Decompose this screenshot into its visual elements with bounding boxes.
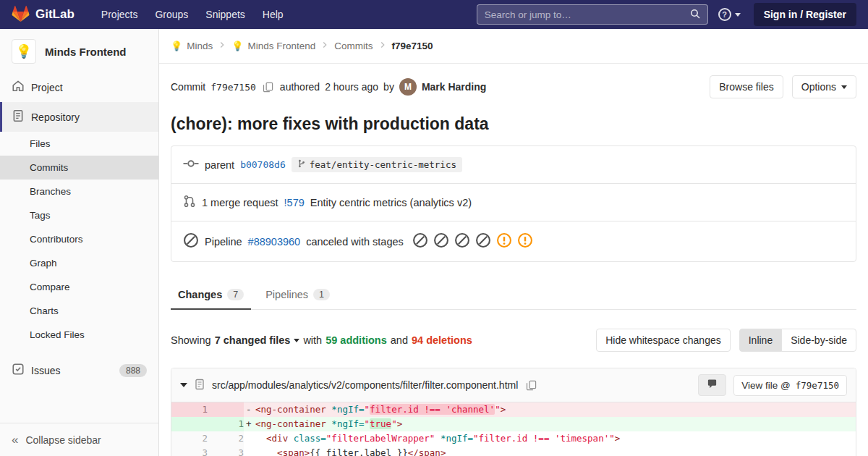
commit-title: (chore): more fixes with production data xyxy=(171,114,856,134)
parent-label: parent xyxy=(205,159,234,171)
sidebar-item-contributors[interactable]: Contributors xyxy=(0,227,158,251)
sidebar-project-name: Minds Frontend xyxy=(45,46,127,58)
diff-code-line: <span>{{ filter.label }}</span> xyxy=(244,446,856,456)
branch-ref-badge[interactable]: feat/entity-centric-metrics xyxy=(292,157,462,172)
breadcrumb-group[interactable]: Minds xyxy=(187,41,213,51)
sidebar-nav: Project Repository Files Commits Branche… xyxy=(0,72,158,385)
mr-count-label: 1 merge request xyxy=(202,197,278,208)
showing-label: Showing xyxy=(171,334,211,346)
mr-ref-link[interactable]: !579 xyxy=(284,197,305,208)
by-label: by xyxy=(383,81,394,93)
stage-canceled-icon[interactable] xyxy=(454,232,470,250)
pipeline-canceled-icon xyxy=(183,232,199,250)
sidebar-item-label: Repository xyxy=(31,111,80,123)
search-input[interactable] xyxy=(485,9,690,20)
sidebar-item-locked-files[interactable]: Locked Files xyxy=(0,323,158,347)
commit-sha: f79e7150 xyxy=(210,82,256,93)
breadcrumb-project[interactable]: Minds Frontend xyxy=(247,41,315,51)
sidebar-item-charts[interactable]: Charts xyxy=(0,299,158,323)
nav-help[interactable]: Help xyxy=(255,4,292,25)
tab-changes[interactable]: Changes 7 xyxy=(171,281,251,310)
new-line-number[interactable]: 2 xyxy=(208,431,244,446)
sidebar-item-tags[interactable]: Tags xyxy=(0,203,158,227)
help-dropdown[interactable]: ? xyxy=(718,8,741,21)
file-diff: src/app/modules/analytics/v2/components/… xyxy=(171,368,856,456)
issues-count-badge: 888 xyxy=(119,364,147,377)
sidebar-item-project[interactable]: Project xyxy=(0,72,158,102)
project-avatar: 💡 xyxy=(12,39,36,64)
old-line-number[interactable]: 3 xyxy=(171,446,208,456)
sidebar-project-header[interactable]: 💡 Minds Frontend xyxy=(0,29,158,72)
stage-warning-icon[interactable] xyxy=(496,232,512,250)
global-search xyxy=(477,4,708,25)
stage-canceled-icon[interactable] xyxy=(412,232,428,250)
search-icon[interactable] xyxy=(690,9,700,21)
tab-pipelines-label: Pipelines xyxy=(265,289,308,300)
stage-canceled-icon[interactable] xyxy=(475,232,491,250)
nav-snippets[interactable]: Snippets xyxy=(197,4,252,25)
changed-files-dropdown[interactable]: 7 changed files xyxy=(215,334,300,346)
breadcrumb-sha: f79e7150 xyxy=(392,41,433,51)
authored-label: authored xyxy=(280,81,320,93)
side-by-side-view-button[interactable]: Side-by-side xyxy=(781,329,856,352)
old-line-number[interactable]: 1 xyxy=(171,402,208,417)
old-line-number[interactable]: 2 xyxy=(171,431,208,446)
new-line-number[interactable]: 1 xyxy=(208,417,244,431)
sidebar-item-compare[interactable]: Compare xyxy=(0,275,158,299)
diff-code-line: <div class="filterLabelWrapper" *ngIf="f… xyxy=(244,431,856,446)
copy-sha-button[interactable] xyxy=(261,80,275,94)
and-label: and xyxy=(391,334,408,346)
new-line-number[interactable] xyxy=(208,402,244,417)
collapse-sidebar-label: Collapse sidebar xyxy=(25,434,101,446)
gitlab-logo[interactable]: GitLab xyxy=(12,5,75,25)
chevron-down-icon xyxy=(294,339,299,342)
old-line-number[interactable] xyxy=(171,417,208,431)
question-circle-icon: ? xyxy=(718,8,731,21)
stage-warning-icon[interactable] xyxy=(517,232,533,250)
view-file-button[interactable]: View file @ f79e7150 xyxy=(733,375,847,396)
sidebar-item-graph[interactable]: Graph xyxy=(0,251,158,275)
diff-table: 1 -<ng-container *ngIf="filter.id !== 'c… xyxy=(171,402,856,456)
sidebar-item-files[interactable]: Files xyxy=(0,132,158,156)
diff-code-line: +<ng-container *ngIf="true"> xyxy=(244,417,856,431)
tab-pipelines[interactable]: Pipelines 1 xyxy=(258,281,337,310)
file-text-icon xyxy=(194,379,205,392)
sidebar-item-repository[interactable]: Repository xyxy=(0,102,158,132)
diff-code-line: -<ng-container *ngIf="filter.id !== 'cha… xyxy=(244,402,856,417)
breadcrumb-commits[interactable]: Commits xyxy=(334,41,373,51)
toggle-comments-button[interactable] xyxy=(698,374,726,396)
browse-files-button[interactable]: Browse files xyxy=(710,75,783,98)
pipeline-row: Pipeline #88903960 canceled with stages xyxy=(171,221,856,261)
sidebar-item-issues[interactable]: Issues 888 xyxy=(0,355,158,385)
chevron-down-icon xyxy=(735,13,741,17)
branch-name: feat/entity-centric-metrics xyxy=(310,159,456,170)
new-line-number[interactable]: 3 xyxy=(208,446,244,456)
options-dropdown-button[interactable]: Options xyxy=(792,75,856,98)
hide-whitespace-button[interactable]: Hide whitespace changes xyxy=(596,329,731,352)
sign-in-register-button[interactable]: Sign in / Register xyxy=(754,3,856,26)
pipeline-id-link[interactable]: #88903960 xyxy=(248,236,301,248)
top-navbar: GitLab Projects Groups Snippets Help ? S… xyxy=(0,0,868,29)
collapse-diff-icon[interactable] xyxy=(180,383,187,387)
inline-view-button[interactable]: Inline xyxy=(739,329,782,352)
group-avatar-icon: 💡 xyxy=(171,41,182,51)
sidebar-item-commits[interactable]: Commits xyxy=(0,156,158,180)
tanuki-icon xyxy=(12,5,30,25)
pipeline-label: Pipeline xyxy=(205,236,242,248)
author-name[interactable]: Mark Harding xyxy=(422,81,486,93)
file-path[interactable]: src/app/modules/analytics/v2/components/… xyxy=(212,379,518,391)
pipeline-status: canceled with stages xyxy=(306,236,404,248)
nav-groups[interactable]: Groups xyxy=(147,4,196,25)
commit-tabs: Changes 7 Pipelines 1 xyxy=(171,281,856,310)
changed-files-label: 7 changed files xyxy=(215,334,291,346)
changes-count-badge: 7 xyxy=(227,289,244,300)
sidebar-item-branches[interactable]: Branches xyxy=(0,180,158,203)
diff-row: 1 -<ng-container *ngIf="filter.id !== 'c… xyxy=(171,402,856,417)
stage-canceled-icon[interactable] xyxy=(433,232,449,250)
parent-sha-link[interactable]: b00708d6 xyxy=(240,159,286,170)
copy-path-button[interactable] xyxy=(524,379,538,392)
nav-projects[interactable]: Projects xyxy=(93,4,146,25)
comment-icon xyxy=(707,379,718,392)
commit-icon xyxy=(183,159,199,171)
collapse-sidebar-button[interactable]: « Collapse sidebar xyxy=(0,423,158,456)
